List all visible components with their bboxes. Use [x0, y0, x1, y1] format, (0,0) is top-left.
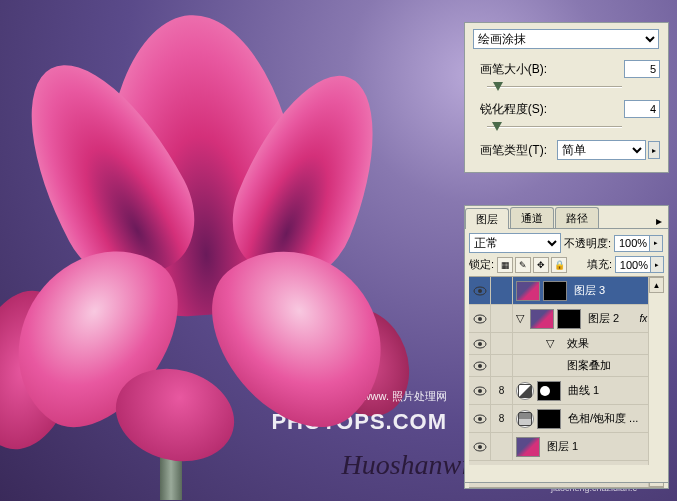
panel-menu-icon[interactable]: ▸	[650, 214, 668, 228]
layer-mask-thumbnail	[537, 381, 561, 401]
visibility-eye-icon[interactable]	[469, 405, 491, 432]
fill-stepper-icon[interactable]: ▸	[651, 256, 664, 273]
visibility-eye-icon[interactable]	[469, 377, 491, 404]
hue-adjustment-icon	[516, 410, 534, 428]
tab-channels[interactable]: 通道	[510, 207, 554, 228]
lock-pixels-icon[interactable]: ✎	[515, 257, 531, 273]
layers-bottom-bar	[464, 465, 669, 483]
lock-all-icon[interactable]: 🔒	[551, 257, 567, 273]
visibility-eye-icon[interactable]	[469, 333, 491, 354]
fill-label: 填充:	[587, 257, 612, 272]
sharpen-input[interactable]	[624, 100, 660, 118]
layer-name-label: 图层 2	[584, 311, 639, 326]
svg-point-11	[478, 417, 482, 421]
svg-point-1	[478, 289, 482, 293]
curves-adjustment-icon	[516, 382, 534, 400]
opacity-stepper-icon[interactable]: ▸	[650, 235, 663, 252]
link-cell[interactable]	[491, 305, 513, 332]
layers-scrollbar[interactable]: ▲ ▼	[648, 277, 664, 487]
brush-options-panel: 绘画涂抹 画笔大小(B): 锐化程度(S): 画笔类型(T): 简单 ▸	[464, 22, 669, 173]
scroll-up-icon[interactable]: ▲	[649, 277, 664, 293]
link-cell[interactable]	[491, 333, 513, 354]
lock-position-icon[interactable]: ✥	[533, 257, 549, 273]
brush-size-label: 画笔大小(B):	[473, 61, 553, 78]
layer-row[interactable]: 图层 1	[469, 433, 664, 461]
layer-mask-thumbnail	[557, 309, 581, 329]
opacity-input[interactable]	[614, 235, 650, 252]
tab-layers[interactable]: 图层	[465, 208, 509, 229]
layer-row[interactable]: ▽效果	[469, 333, 664, 355]
brush-size-thumb[interactable]	[493, 82, 503, 91]
layer-list: 图层 3▽图层 2fx ▷▽效果图案叠加8曲线 18色相/饱和度 ...图层 1…	[469, 276, 664, 488]
layer-row[interactable]: 图案叠加	[469, 355, 664, 377]
link-cell[interactable]	[491, 355, 513, 376]
svg-point-13	[478, 445, 482, 449]
layer-mask-thumbnail	[543, 281, 567, 301]
svg-point-9	[478, 389, 482, 393]
layer-name-label: 图层 1	[543, 439, 664, 454]
brush-type-dropdown-icon[interactable]: ▸	[648, 141, 660, 159]
watermark-cn: 照片处理网	[392, 390, 447, 402]
link-cell[interactable]: 8	[491, 405, 513, 432]
tab-paths[interactable]: 路径	[555, 207, 599, 228]
layer-row[interactable]: 8色相/饱和度 ...	[469, 405, 664, 433]
layer-row[interactable]: 图层 3	[469, 277, 664, 305]
link-cell[interactable]: 8	[491, 377, 513, 404]
sharpen-slider[interactable]	[487, 120, 622, 134]
svg-point-3	[478, 317, 482, 321]
panel-tabs: 图层 通道 路径 ▸	[465, 206, 668, 228]
lock-label: 锁定:	[469, 257, 494, 272]
visibility-eye-icon[interactable]	[469, 433, 491, 460]
opacity-label: 不透明度:	[564, 236, 611, 251]
brush-size-slider[interactable]	[487, 80, 622, 94]
brush-type-select[interactable]: 简单	[557, 140, 646, 160]
svg-point-7	[478, 364, 482, 368]
effect-twirl-icon[interactable]: ▽	[543, 337, 557, 350]
visibility-eye-icon[interactable]	[469, 277, 491, 304]
brush-size-input[interactable]	[624, 60, 660, 78]
svg-point-5	[478, 342, 482, 346]
layer-thumbnail	[516, 281, 540, 301]
sharpen-thumb[interactable]	[492, 122, 502, 131]
layer-thumbnail	[530, 309, 554, 329]
layer-thumbnail	[516, 437, 540, 457]
link-cell[interactable]	[491, 433, 513, 460]
brush-mode-select[interactable]: 绘画涂抹	[473, 29, 659, 49]
twirl-down-icon[interactable]: ▽	[513, 312, 527, 325]
lock-transparency-icon[interactable]: ▦	[497, 257, 513, 273]
layer-row[interactable]: ▽图层 2fx ▷	[469, 305, 664, 333]
blend-mode-select[interactable]: 正常	[469, 233, 561, 253]
sharpen-label: 锐化程度(S):	[473, 101, 553, 118]
layer-row[interactable]: 8曲线 1	[469, 377, 664, 405]
link-cell[interactable]	[491, 277, 513, 304]
fill-input[interactable]	[615, 256, 651, 273]
layers-panel: 图层 通道 路径 ▸ 正常 不透明度: ▸ 锁定: ▦ ✎ ✥ 🔒 填充:	[464, 205, 669, 489]
brush-type-label: 画笔类型(T):	[473, 142, 553, 159]
visibility-eye-icon[interactable]	[469, 305, 491, 332]
layer-mask-thumbnail	[537, 409, 561, 429]
visibility-eye-icon[interactable]	[469, 355, 491, 376]
